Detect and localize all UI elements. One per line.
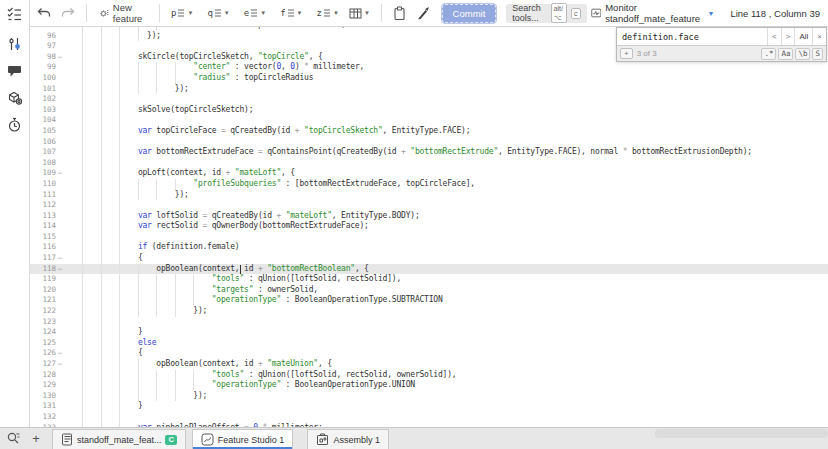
code-text: { [62,348,143,359]
code-line[interactable]: 114 var rectSolid = qOwnerBody(bottomRec… [30,221,828,232]
find-prev-button[interactable]: < [767,28,781,45]
code-line[interactable]: 125 else [30,338,828,349]
document-tabs-bar: + standoff_mate_feat... C Feature Studio… [0,427,828,449]
insert-menu-q[interactable]: q▼ [204,2,232,24]
line-number: 123 [30,317,62,328]
find-options: .* Aa \b S [761,48,823,60]
document-icon [61,433,73,446]
code-line[interactable]: 129 "operationType" : BooleanOperationTy… [30,380,828,391]
paste-button[interactable] [390,2,410,24]
tab-label: Feature Studio 1 [218,435,285,445]
code-text: }); [62,306,207,317]
find-match-count: 3 of 3 [637,49,657,58]
comments-icon[interactable] [4,60,26,82]
code-text: }); [62,31,161,42]
code-line[interactable]: 105 var topCircleFace = qCreatedBy(id + … [30,126,828,137]
search-tools-placeholder: Search tools... [512,3,546,23]
insert-menu-f[interactable]: f▼ [277,2,305,24]
redo-button[interactable] [58,2,78,24]
search-tabs-icon[interactable] [0,428,26,449]
code-editor[interactable]: 95 "sketchPlane" : topCircleSketchPlane,… [30,27,828,427]
add-tab-button[interactable]: + [26,428,46,449]
find-input[interactable]: definition.face [617,28,767,45]
feature-list-icon[interactable] [4,3,26,25]
list-icon [250,8,258,18]
filters-icon[interactable] [4,33,26,55]
code-line[interactable]: 99 "center" : vector(0, 0) * millimeter, [30,62,828,73]
word-boundary-toggle[interactable]: \b [795,48,810,60]
format-brush-button[interactable] [414,2,434,24]
line-number: 103 [30,105,62,116]
find-add-button[interactable]: + [620,48,633,59]
code-line[interactable]: 116 if (definition.female) [30,242,828,253]
code-line[interactable]: 132 [30,412,828,423]
code-line[interactable]: 100 "radius" : topCircleRadius [30,73,828,84]
code-line[interactable]: 126– { [30,348,828,359]
search-tools-input[interactable]: Search tools... alt/⌥ c [506,4,586,23]
new-feature-button[interactable]: New feature [95,2,152,24]
code-line[interactable]: 111 }); [30,190,828,201]
code-line[interactable]: 122 }); [30,306,828,317]
insert-menu-e[interactable]: e▼ [241,2,269,24]
case-sensitive-toggle[interactable]: Aa [778,48,793,60]
code-line[interactable]: 109– opLoft(context, id + "mateLoft", { [30,168,828,179]
code-line[interactable]: 127– opBoolean(context, id + "mateUnion"… [30,359,828,370]
regex-toggle[interactable]: .* [761,48,776,60]
fold-marker[interactable]: – [56,264,62,275]
fold-marker[interactable]: – [56,348,62,359]
code-line[interactable]: 104 [30,115,828,126]
monitor-dropdown[interactable]: Monitor standoff_mate_feature ▼ [591,2,715,24]
fold-marker[interactable]: – [56,52,62,63]
tab-standoff-mate-feature[interactable]: standoff_mate_feat... C [52,429,186,449]
fold-marker[interactable]: – [56,253,62,264]
code-text: opBoolean(context, id + "bottomRectBoole… [62,264,369,275]
fold-marker[interactable]: – [56,359,62,370]
table-menu-button[interactable]: ▼ [346,2,373,24]
tab-assembly-1[interactable]: Assembly 1 [307,429,389,449]
insert-menu-z[interactable]: z▼ [314,2,342,24]
code-text: if (definition.female) [62,242,239,253]
find-all-button[interactable]: All [794,28,812,45]
fold-marker[interactable]: – [56,168,62,179]
code-text [62,115,138,126]
code-text: opBoolean(context, id + "mateUnion", { [62,359,332,370]
code-line[interactable]: 123 [30,317,828,328]
code-line[interactable]: 106 [30,137,828,148]
line-number: 99 [30,62,62,73]
code-line[interactable]: 113 var loftSolid = qCreatedBy(id + "mat… [30,211,828,222]
code-line[interactable]: 103 skSolve(topCircleSketch); [30,105,828,116]
code-text: "targets" : ownerSolid, [62,285,318,296]
selection-toggle[interactable]: S [812,48,823,60]
insert-menu-p[interactable]: p▼ [168,2,196,24]
line-number: 105 [30,126,62,137]
code-line[interactable]: 102 [30,94,828,105]
tabbar-scrollbar[interactable] [655,429,828,438]
find-close-button[interactable]: × [812,28,826,45]
history-icon[interactable] [4,114,26,136]
line-number: 108 [30,158,62,169]
versions-icon[interactable] [4,87,26,109]
code-line[interactable]: 130 }); [30,391,828,402]
code-line[interactable]: 131 } [30,401,828,412]
code-line[interactable]: 115 [30,232,828,243]
toolbar-separator [381,4,382,22]
code-line[interactable]: 112 [30,200,828,211]
custom-feature-badge: C [165,435,176,445]
code-line[interactable]: 121 "operationType" : BooleanOperationTy… [30,295,828,306]
find-next-button[interactable]: > [781,28,795,45]
code-line[interactable]: 124 } [30,327,828,338]
commit-button[interactable]: Commit [442,4,497,23]
code-line[interactable]: 108 [30,158,828,169]
code-line[interactable]: 117– { [30,253,828,264]
code-line[interactable]: 128 "tools" : qUnion([loftSolid, rectSol… [30,370,828,381]
code-line[interactable]: 118– opBoolean(context, id + "bottomRect… [30,264,828,275]
code-line[interactable]: 107 var bottomRectExtrudeFace = qContain… [30,147,828,158]
code-line[interactable]: 101 }); [30,84,828,95]
code-line[interactable]: 120 "targets" : ownerSolid, [30,285,828,296]
line-number: 118– [30,264,62,275]
undo-button[interactable] [34,2,54,24]
code-line[interactable]: 119 "tools" : qUnion([loftSolid, rectSol… [30,274,828,285]
insert-menu-group: p▼q▼e▼f▼z▼ [168,2,342,24]
code-line[interactable]: 110 "profileSubqueries" : [bottomRectExt… [30,179,828,190]
tab-feature-studio-1[interactable]: Feature Studio 1 [192,429,294,449]
